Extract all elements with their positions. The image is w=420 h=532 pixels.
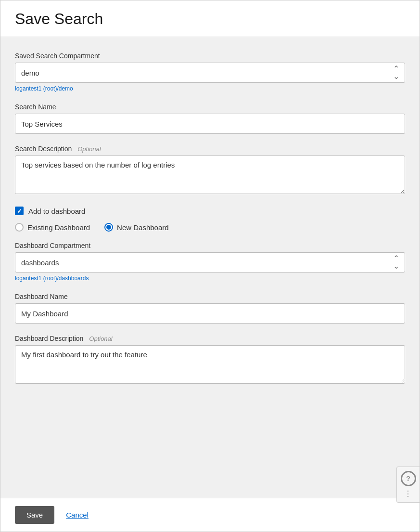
dashboard-compartment-label: Dashboard Compartment: [15, 242, 90, 249]
help-dots-icon: ⋮: [404, 489, 412, 498]
existing-dashboard-label: Existing Dashboard: [27, 223, 90, 232]
saved-search-compartment-group: Saved Search Compartment demo ⌃ ⌄ logant…: [15, 52, 405, 92]
modal-footer: Save Cancel: [0, 498, 420, 532]
search-name-input[interactable]: [15, 114, 405, 134]
modal-container: Save Search Saved Search Compartment dem…: [0, 0, 420, 532]
dashboard-compartment-breadcrumb: logantest1 (root)/dashboards: [15, 275, 405, 282]
new-dashboard-option[interactable]: New Dashboard: [104, 223, 169, 232]
search-name-label: Search Name: [15, 103, 56, 111]
dashboard-name-group: Dashboard Name: [15, 292, 405, 324]
modal-title: Save Search: [15, 10, 405, 28]
saved-search-breadcrumb: logantest1 (root)/demo: [15, 85, 405, 92]
add-to-dashboard-row: Add to dashboard: [15, 207, 405, 215]
new-dashboard-radio[interactable]: [104, 223, 113, 232]
search-description-textarea[interactable]: Top services based on the number of log …: [15, 156, 405, 194]
dashboard-name-input[interactable]: [15, 303, 405, 324]
help-icon[interactable]: ?: [401, 471, 416, 486]
search-description-group: Search Description Optional Top services…: [15, 144, 405, 196]
dashboard-type-radio-row: Existing Dashboard New Dashboard: [15, 223, 405, 232]
search-description-label: Search Description Optional: [15, 145, 101, 153]
search-name-group: Search Name: [15, 103, 405, 134]
help-widget[interactable]: ? ⋮: [396, 467, 420, 503]
saved-search-compartment-wrapper: demo ⌃ ⌄: [15, 63, 405, 83]
existing-dashboard-radio[interactable]: [15, 223, 24, 232]
modal-header: Save Search: [0, 0, 420, 37]
dashboard-description-textarea[interactable]: My first dashboard to try out the featur…: [15, 345, 405, 384]
dashboard-name-label: Dashboard Name: [15, 293, 68, 300]
saved-search-compartment-label: Saved Search Compartment: [15, 52, 100, 60]
search-description-optional: Optional: [77, 145, 101, 153]
modal-body: Saved Search Compartment demo ⌃ ⌄ logant…: [0, 37, 420, 498]
save-button[interactable]: Save: [15, 506, 54, 524]
cancel-button[interactable]: Cancel: [64, 506, 90, 524]
dashboard-compartment-group: Dashboard Compartment dashboards ⌃ ⌄ log…: [15, 241, 405, 282]
add-to-dashboard-checkbox[interactable]: [15, 207, 24, 215]
saved-search-compartment-select[interactable]: demo: [15, 63, 405, 83]
dashboard-compartment-select[interactable]: dashboards: [15, 252, 405, 272]
existing-dashboard-option[interactable]: Existing Dashboard: [15, 223, 90, 232]
dashboard-description-optional: Optional: [89, 335, 112, 342]
dashboard-description-group: Dashboard Description Optional My first …: [15, 334, 405, 386]
new-dashboard-label: New Dashboard: [117, 223, 169, 232]
dashboard-description-label: Dashboard Description Optional: [15, 335, 113, 342]
dashboard-compartment-wrapper: dashboards ⌃ ⌄: [15, 252, 405, 272]
add-to-dashboard-label: Add to dashboard: [28, 207, 85, 215]
